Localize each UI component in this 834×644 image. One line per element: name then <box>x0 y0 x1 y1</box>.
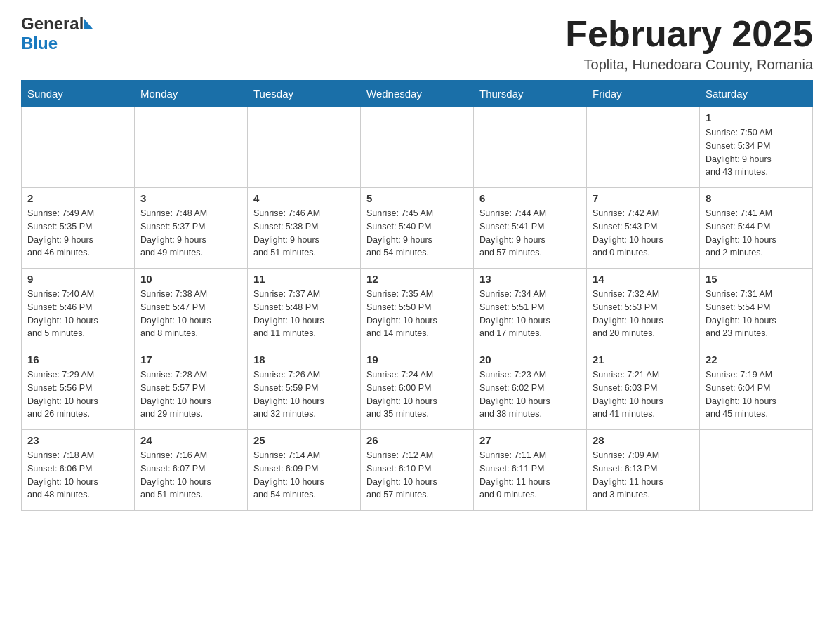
weekday-header-wednesday: Wednesday <box>361 81 474 107</box>
day-number: 16 <box>27 354 128 365</box>
day-info: Sunrise: 7:23 AM Sunset: 6:02 PM Dayligh… <box>479 368 581 421</box>
day-info: Sunrise: 7:42 AM Sunset: 5:43 PM Dayligh… <box>593 207 694 260</box>
day-number: 27 <box>479 434 581 446</box>
day-info: Sunrise: 7:29 AM Sunset: 5:56 PM Dayligh… <box>27 368 128 421</box>
calendar-cell: 2Sunrise: 7:49 AM Sunset: 5:35 PM Daylig… <box>22 188 135 269</box>
day-info: Sunrise: 7:46 AM Sunset: 5:38 PM Dayligh… <box>253 207 355 260</box>
logo-blue-text: Blue <box>21 34 58 53</box>
calendar-cell: 1Sunrise: 7:50 AM Sunset: 5:34 PM Daylig… <box>700 107 813 188</box>
calendar-cell: 7Sunrise: 7:42 AM Sunset: 5:43 PM Daylig… <box>587 188 700 269</box>
day-number: 8 <box>706 192 807 204</box>
weekday-header-tuesday: Tuesday <box>248 81 361 107</box>
calendar-cell: 21Sunrise: 7:21 AM Sunset: 6:03 PM Dayli… <box>587 349 700 430</box>
day-info: Sunrise: 7:09 AM Sunset: 6:13 PM Dayligh… <box>593 449 694 502</box>
day-info: Sunrise: 7:12 AM Sunset: 6:10 PM Dayligh… <box>366 449 468 502</box>
day-info: Sunrise: 7:26 AM Sunset: 5:59 PM Dayligh… <box>253 368 355 421</box>
calendar-cell: 13Sunrise: 7:34 AM Sunset: 5:51 PM Dayli… <box>474 269 587 349</box>
calendar-cell: 22Sunrise: 7:19 AM Sunset: 6:04 PM Dayli… <box>700 349 813 430</box>
day-number: 23 <box>27 434 128 446</box>
calendar-cell: 17Sunrise: 7:28 AM Sunset: 5:57 PM Dayli… <box>135 349 248 430</box>
calendar-cell: 27Sunrise: 7:11 AM Sunset: 6:11 PM Dayli… <box>474 430 587 511</box>
calendar-cell: 24Sunrise: 7:16 AM Sunset: 6:07 PM Dayli… <box>135 430 248 511</box>
day-info: Sunrise: 7:21 AM Sunset: 6:03 PM Dayligh… <box>593 368 694 421</box>
weekday-header-thursday: Thursday <box>474 81 587 107</box>
day-info: Sunrise: 7:50 AM Sunset: 5:34 PM Dayligh… <box>706 126 807 179</box>
calendar-cell: 5Sunrise: 7:45 AM Sunset: 5:40 PM Daylig… <box>361 188 474 269</box>
day-number: 28 <box>593 434 694 446</box>
calendar-cell <box>700 430 813 511</box>
day-number: 10 <box>140 273 241 285</box>
day-number: 4 <box>253 192 355 204</box>
day-number: 22 <box>706 354 807 365</box>
logo-general-text: General <box>21 14 84 34</box>
day-info: Sunrise: 7:44 AM Sunset: 5:41 PM Dayligh… <box>479 207 581 260</box>
day-number: 11 <box>253 273 355 285</box>
day-number: 26 <box>366 434 468 446</box>
day-number: 5 <box>366 192 468 204</box>
weekday-header-saturday: Saturday <box>700 81 813 107</box>
day-info: Sunrise: 7:24 AM Sunset: 6:00 PM Dayligh… <box>366 368 468 421</box>
calendar-cell <box>22 107 135 188</box>
day-info: Sunrise: 7:37 AM Sunset: 5:48 PM Dayligh… <box>253 288 355 340</box>
calendar-cell: 28Sunrise: 7:09 AM Sunset: 6:13 PM Dayli… <box>587 430 700 511</box>
day-number: 21 <box>593 354 694 365</box>
calendar-cell <box>474 107 587 188</box>
calendar-cell: 25Sunrise: 7:14 AM Sunset: 6:09 PM Dayli… <box>248 430 361 511</box>
day-info: Sunrise: 7:38 AM Sunset: 5:47 PM Dayligh… <box>140 288 241 340</box>
calendar-cell: 3Sunrise: 7:48 AM Sunset: 5:37 PM Daylig… <box>135 188 248 269</box>
week-row-1: 1Sunrise: 7:50 AM Sunset: 5:34 PM Daylig… <box>22 107 813 188</box>
day-info: Sunrise: 7:32 AM Sunset: 5:53 PM Dayligh… <box>593 288 694 340</box>
week-row-2: 2Sunrise: 7:49 AM Sunset: 5:35 PM Daylig… <box>22 188 813 269</box>
day-info: Sunrise: 7:34 AM Sunset: 5:51 PM Dayligh… <box>479 288 581 340</box>
calendar-cell: 8Sunrise: 7:41 AM Sunset: 5:44 PM Daylig… <box>700 188 813 269</box>
day-number: 24 <box>140 434 241 446</box>
calendar-cell: 20Sunrise: 7:23 AM Sunset: 6:02 PM Dayli… <box>474 349 587 430</box>
month-title: February 2025 <box>565 14 813 54</box>
calendar-table: SundayMondayTuesdayWednesdayThursdayFrid… <box>21 80 813 511</box>
weekday-header-friday: Friday <box>587 81 700 107</box>
calendar-cell: 12Sunrise: 7:35 AM Sunset: 5:50 PM Dayli… <box>361 269 474 349</box>
day-info: Sunrise: 7:16 AM Sunset: 6:07 PM Dayligh… <box>140 449 241 502</box>
day-number: 1 <box>706 112 807 123</box>
day-number: 25 <box>253 434 355 446</box>
day-info: Sunrise: 7:18 AM Sunset: 6:06 PM Dayligh… <box>27 449 128 502</box>
calendar-cell: 9Sunrise: 7:40 AM Sunset: 5:46 PM Daylig… <box>22 269 135 349</box>
day-info: Sunrise: 7:41 AM Sunset: 5:44 PM Dayligh… <box>706 207 807 260</box>
page-header: General Blue February 2025 Toplita, Hune… <box>21 14 813 73</box>
calendar-cell: 18Sunrise: 7:26 AM Sunset: 5:59 PM Dayli… <box>248 349 361 430</box>
day-info: Sunrise: 7:19 AM Sunset: 6:04 PM Dayligh… <box>706 368 807 421</box>
week-row-3: 9Sunrise: 7:40 AM Sunset: 5:46 PM Daylig… <box>22 269 813 349</box>
day-number: 15 <box>706 273 807 285</box>
calendar-cell <box>135 107 248 188</box>
day-number: 7 <box>593 192 694 204</box>
day-info: Sunrise: 7:35 AM Sunset: 5:50 PM Dayligh… <box>366 288 468 340</box>
calendar-cell: 10Sunrise: 7:38 AM Sunset: 5:47 PM Dayli… <box>135 269 248 349</box>
day-number: 14 <box>593 273 694 285</box>
day-number: 12 <box>366 273 468 285</box>
day-info: Sunrise: 7:49 AM Sunset: 5:35 PM Dayligh… <box>27 207 128 260</box>
logo-arrow-icon <box>84 19 93 29</box>
day-number: 20 <box>479 354 581 365</box>
weekday-header-monday: Monday <box>135 81 248 107</box>
calendar-cell <box>248 107 361 188</box>
day-info: Sunrise: 7:31 AM Sunset: 5:54 PM Dayligh… <box>706 288 807 340</box>
calendar-cell: 16Sunrise: 7:29 AM Sunset: 5:56 PM Dayli… <box>22 349 135 430</box>
calendar-cell: 14Sunrise: 7:32 AM Sunset: 5:53 PM Dayli… <box>587 269 700 349</box>
day-info: Sunrise: 7:40 AM Sunset: 5:46 PM Dayligh… <box>27 288 128 340</box>
day-number: 6 <box>479 192 581 204</box>
calendar-cell <box>361 107 474 188</box>
calendar-cell: 19Sunrise: 7:24 AM Sunset: 6:00 PM Dayli… <box>361 349 474 430</box>
title-section: February 2025 Toplita, Hunedoara County,… <box>565 14 813 73</box>
day-info: Sunrise: 7:48 AM Sunset: 5:37 PM Dayligh… <box>140 207 241 260</box>
day-number: 13 <box>479 273 581 285</box>
day-info: Sunrise: 7:14 AM Sunset: 6:09 PM Dayligh… <box>253 449 355 502</box>
day-info: Sunrise: 7:45 AM Sunset: 5:40 PM Dayligh… <box>366 207 468 260</box>
location-subtitle: Toplita, Hunedoara County, Romania <box>565 57 813 73</box>
calendar-header-row: SundayMondayTuesdayWednesdayThursdayFrid… <box>22 81 813 107</box>
calendar-cell: 26Sunrise: 7:12 AM Sunset: 6:10 PM Dayli… <box>361 430 474 511</box>
day-number: 2 <box>27 192 128 204</box>
week-row-4: 16Sunrise: 7:29 AM Sunset: 5:56 PM Dayli… <box>22 349 813 430</box>
calendar-cell: 6Sunrise: 7:44 AM Sunset: 5:41 PM Daylig… <box>474 188 587 269</box>
week-row-5: 23Sunrise: 7:18 AM Sunset: 6:06 PM Dayli… <box>22 430 813 511</box>
calendar-cell <box>587 107 700 188</box>
